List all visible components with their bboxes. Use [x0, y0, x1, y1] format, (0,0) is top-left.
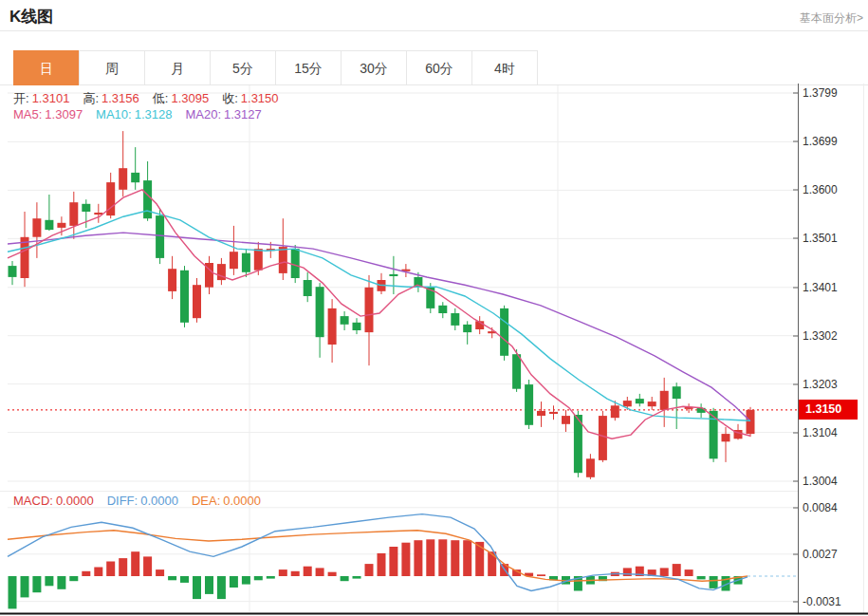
ma-legend: MA5:1.3097MA10:1.3128MA20:1.3127	[13, 107, 265, 121]
high-value: 1.3156	[102, 91, 139, 105]
y-axis-label: 1.3501	[803, 232, 838, 245]
period-tabs: 日周月5分15分30分60分4时	[13, 50, 538, 85]
close-value: 1.3150	[241, 91, 279, 105]
ma5-label: MA5:	[13, 107, 42, 121]
macd-legend: MACD:0.0000DIFF:0.0000DEA:0.0000	[13, 494, 264, 508]
y-axis-label: 1.3004	[803, 475, 838, 488]
ma20-line	[8, 233, 750, 421]
kline-page: K线图 基本面分析> 日周月5分15分30分60分4时 1.37991.3699…	[0, 0, 868, 616]
open-label: 开:	[13, 91, 29, 105]
gridlines	[0, 84, 864, 613]
y-axis-label: -0.0031	[803, 595, 841, 608]
dea-value: 0.0000	[223, 494, 261, 508]
period-tab-30分[interactable]: 30分	[341, 50, 407, 85]
y-axis-label: 1.3401	[803, 281, 838, 294]
low-label: 低:	[153, 91, 169, 105]
period-tab-4时[interactable]: 4时	[471, 50, 538, 85]
y-axis-label: 1.3104	[803, 426, 838, 439]
ma10-line	[8, 211, 750, 420]
macd-label: MACD:	[13, 494, 53, 508]
y-axis: 1.37991.36991.36001.35011.34011.33021.32…	[793, 84, 841, 613]
period-tab-15分[interactable]: 15分	[275, 50, 342, 85]
ma20-label: MA20:	[185, 107, 221, 121]
ma10-value: 1.3128	[135, 107, 173, 121]
period-tab-月[interactable]: 月	[144, 50, 211, 85]
candles-layer	[9, 131, 755, 479]
y-axis-label: 0.0084	[803, 501, 838, 514]
ma10-label: MA10:	[96, 107, 132, 121]
period-tab-5分[interactable]: 5分	[210, 50, 276, 85]
ohlc-legend: 开:1.3101高:1.3156低:1.3095收:1.3150	[13, 90, 282, 107]
period-tab-日[interactable]: 日	[13, 50, 80, 85]
dea-label: DEA:	[192, 494, 220, 508]
diff-label: DIFF:	[107, 494, 139, 508]
diff-value: 0.0000	[140, 494, 178, 508]
y-axis-label: 1.3699	[803, 135, 838, 148]
ma20-value: 1.3127	[224, 107, 262, 121]
open-value: 1.3101	[32, 91, 70, 105]
y-axis-label: 1.3302	[803, 329, 838, 343]
low-value: 1.3095	[171, 91, 209, 105]
period-tab-60分[interactable]: 60分	[406, 50, 472, 85]
y-axis-label: 1.3203	[803, 378, 838, 391]
ma5-value: 1.3097	[45, 107, 83, 121]
last-price-badge: 1.3150	[799, 400, 858, 420]
y-axis-label: 1.3600	[803, 183, 838, 196]
macd-value: 0.0000	[56, 494, 94, 508]
period-tab-周[interactable]: 周	[79, 50, 145, 85]
high-label: 高:	[83, 91, 99, 105]
close-label: 收:	[222, 91, 238, 105]
y-axis-label: 0.0027	[803, 548, 838, 561]
y-axis-label: 1.3799	[803, 86, 838, 100]
